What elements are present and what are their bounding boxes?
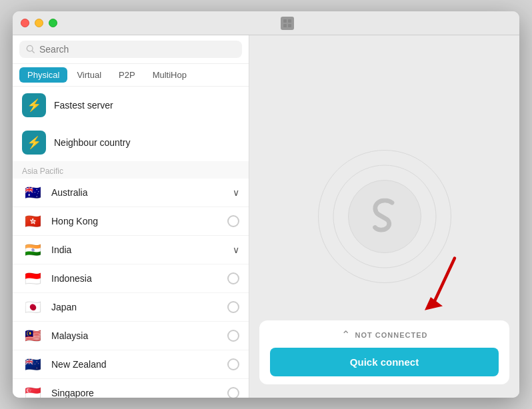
connect-section: ⌃ NOT CONNECTED Quick connect [259, 320, 509, 384]
server-list: ⚡ Fastest server ⚡ Neighbour country Asi… [13, 87, 249, 398]
tab-virtual[interactable]: Virtual [69, 67, 109, 83]
country-name-singapore: Singapore [51, 388, 219, 398]
fastest-server-icon: ⚡ [22, 93, 46, 117]
country-item-india[interactable]: 🇮🇳 India ∨ [13, 236, 249, 264]
country-name-india: India [51, 244, 225, 255]
flag-japan: 🇯🇵 [22, 300, 43, 314]
main-window: Physical Virtual P2P MultiHop ⚡ Fastest … [13, 11, 519, 398]
fullscreen-button[interactable] [49, 19, 57, 27]
svg-rect-3 [288, 24, 291, 27]
tab-bar: Physical Virtual P2P MultiHop [13, 64, 249, 87]
country-item-singapore[interactable]: 🇸🇬 Singapore [13, 379, 249, 398]
flag-newzealand: 🇳🇿 [22, 357, 43, 372]
neighbour-server-item[interactable]: ⚡ Neighbour country [13, 124, 249, 161]
arrow-icon [419, 255, 466, 315]
close-button[interactable] [21, 19, 29, 27]
country-name-indonesia: Indonesia [51, 273, 219, 284]
chevron-down-icon-australia: ∨ [233, 187, 239, 198]
search-bar [13, 35, 249, 64]
country-item-japan[interactable]: 🇯🇵 Japan [13, 293, 249, 322]
flag-hongkong: 🇭🇰 [22, 214, 43, 228]
surfshark-s-icon [369, 199, 399, 235]
fastest-server-name: Fastest server [54, 100, 239, 111]
surfshark-logo [369, 199, 399, 235]
country-item-newzealand[interactable]: 🇳🇿 New Zealand [13, 350, 249, 379]
country-name-newzealand: New Zealand [51, 359, 219, 370]
chevron-up-icon[interactable]: ⌃ [341, 328, 350, 341]
flag-australia: 🇦🇺 [22, 185, 43, 200]
fastest-server-item[interactable]: ⚡ Fastest server [13, 87, 249, 124]
flag-india: 🇮🇳 [22, 242, 43, 257]
neighbour-server-name: Neighbour country [54, 137, 239, 148]
bolt-icon: ⚡ [27, 98, 41, 113]
search-icon [26, 45, 35, 54]
section-asia-pacific: Asia Pacific [13, 161, 249, 179]
minimize-button[interactable] [35, 19, 43, 27]
svg-line-7 [434, 258, 455, 304]
quick-connect-button[interactable]: Quick connect [270, 348, 499, 376]
sidebar: Physical Virtual P2P MultiHop ⚡ Fastest … [13, 35, 249, 398]
status-row: ⌃ NOT CONNECTED [270, 328, 499, 341]
window-icon [281, 17, 294, 30]
arrow-container [419, 255, 466, 318]
bolt-icon-2: ⚡ [27, 135, 41, 150]
svg-rect-0 [283, 19, 287, 23]
search-input-wrap[interactable] [19, 41, 242, 58]
country-name-malaysia: Malaysia [51, 330, 219, 341]
radio-singapore[interactable] [227, 387, 239, 398]
country-name-japan: Japan [51, 302, 219, 312]
svg-rect-2 [283, 24, 287, 27]
connection-status: NOT CONNECTED [355, 331, 428, 339]
svg-line-5 [32, 51, 34, 53]
radio-japan[interactable] [227, 301, 239, 313]
radio-indonesia[interactable] [227, 272, 239, 284]
content-area: Physical Virtual P2P MultiHop ⚡ Fastest … [13, 35, 519, 398]
svg-marker-8 [425, 297, 443, 310]
search-input[interactable] [39, 44, 235, 55]
country-name-hongkong: Hong Kong [51, 216, 219, 226]
tab-multihop[interactable]: MultiHop [145, 67, 195, 83]
neighbour-server-icon: ⚡ [22, 131, 46, 155]
country-item-australia[interactable]: 🇦🇺 Australia ∨ [13, 179, 249, 207]
tab-physical[interactable]: Physical [19, 67, 67, 83]
country-item-indonesia[interactable]: 🇮🇩 Indonesia [13, 264, 249, 293]
flag-malaysia: 🇲🇾 [22, 328, 43, 343]
title-bar [13, 11, 519, 35]
svg-rect-1 [288, 19, 291, 23]
main-panel: ⌃ NOT CONNECTED Quick connect [249, 35, 519, 398]
tab-p2p[interactable]: P2P [111, 67, 143, 83]
radio-hongkong[interactable] [227, 215, 239, 227]
country-item-malaysia[interactable]: 🇲🇾 Malaysia [13, 322, 249, 350]
radio-malaysia[interactable] [227, 330, 239, 342]
chevron-down-icon-india: ∨ [233, 244, 239, 255]
flag-singapore: 🇸🇬 [22, 386, 43, 398]
flag-indonesia: 🇮🇩 [22, 271, 43, 286]
radio-newzealand[interactable] [227, 358, 239, 370]
country-item-hongkong[interactable]: 🇭🇰 Hong Kong [13, 207, 249, 236]
country-name-australia: Australia [51, 187, 225, 198]
